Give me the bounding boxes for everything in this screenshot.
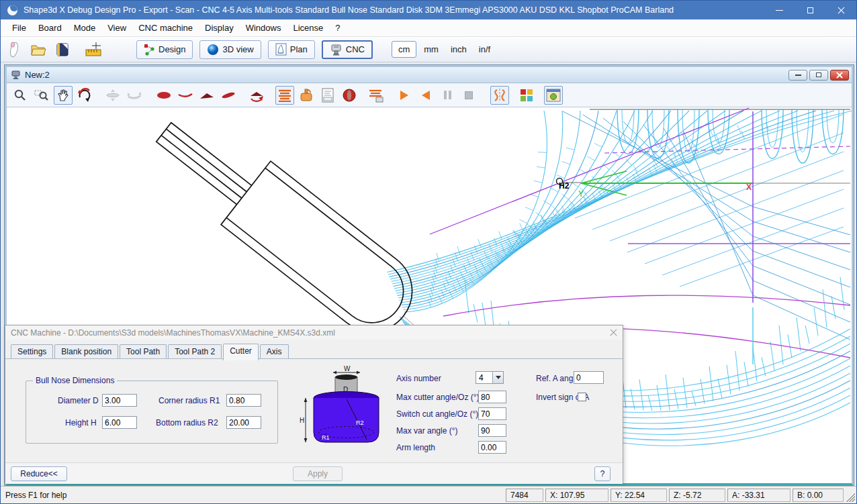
zoom-in-button[interactable] bbox=[11, 86, 30, 105]
measure-button[interactable] bbox=[83, 40, 104, 60]
symmetry-icon bbox=[492, 88, 508, 103]
tab-settings[interactable]: Settings bbox=[11, 344, 53, 359]
pan-button[interactable] bbox=[54, 86, 73, 105]
reduce-button[interactable]: Reduce<< bbox=[11, 466, 67, 481]
rotate-view-button[interactable] bbox=[75, 86, 94, 105]
status-b: B: 0.00 bbox=[793, 489, 844, 502]
new-board-button[interactable] bbox=[3, 40, 25, 60]
close-button[interactable] bbox=[825, 1, 856, 19]
menu-help[interactable]: ? bbox=[329, 20, 346, 36]
toolpath-simulation-icon bbox=[368, 88, 384, 103]
arm-length-input[interactable] bbox=[478, 441, 506, 454]
3d-view-button[interactable]: 3D view bbox=[199, 40, 261, 59]
plan-icon bbox=[275, 43, 287, 56]
axis-number-label: Axis number bbox=[396, 374, 441, 383]
pause-icon bbox=[444, 91, 451, 99]
menu-board[interactable]: Board bbox=[32, 20, 68, 36]
dialog-close-icon[interactable] bbox=[610, 329, 617, 336]
max-cutter-angle-input[interactable] bbox=[478, 391, 506, 403]
save-button[interactable] bbox=[52, 40, 73, 60]
max-var-angle-input[interactable] bbox=[478, 424, 506, 437]
unit-inf[interactable]: in/f bbox=[474, 42, 495, 57]
minimize-button[interactable] bbox=[764, 1, 795, 19]
stop-button[interactable] bbox=[459, 86, 478, 105]
pause-button[interactable] bbox=[438, 86, 457, 105]
title-bar: Shape3d X Debug Design Pro - Export - Sc… bbox=[1, 1, 856, 19]
menu-license[interactable]: License bbox=[287, 20, 329, 36]
board-bottom-button[interactable] bbox=[154, 86, 173, 105]
board-outline-button[interactable] bbox=[176, 86, 195, 105]
menu-cnc-machine[interactable]: CNC machine bbox=[132, 20, 199, 36]
switch-cut-angle-input[interactable] bbox=[478, 407, 506, 420]
close-icon bbox=[838, 7, 845, 14]
layer-colors-button[interactable] bbox=[517, 86, 536, 105]
height-input[interactable] bbox=[102, 416, 137, 429]
menu-display[interactable]: Display bbox=[199, 20, 240, 36]
board-tilted-button[interactable] bbox=[219, 86, 238, 105]
zoom-window-button[interactable] bbox=[32, 86, 51, 105]
render-window-button[interactable] bbox=[544, 86, 563, 105]
status-help-text: Press F1 for help bbox=[1, 491, 506, 500]
y-axis-label: Y bbox=[578, 189, 584, 199]
unit-mm[interactable]: mm bbox=[419, 42, 443, 57]
tab-tool-path-2[interactable]: Tool Path 2 bbox=[168, 344, 222, 359]
mdi-title-bar[interactable]: New:2 bbox=[7, 67, 852, 83]
flip-horizontal-icon bbox=[105, 89, 121, 102]
mdi-minimize-button[interactable] bbox=[788, 70, 807, 81]
open-file-button[interactable] bbox=[28, 40, 49, 60]
board-deck-button[interactable] bbox=[197, 86, 216, 105]
h2-point-label: H2 bbox=[559, 181, 569, 191]
play-reverse-button[interactable] bbox=[416, 86, 435, 105]
tab-axis[interactable]: Axis bbox=[260, 344, 289, 359]
bottom-radius-input[interactable] bbox=[226, 416, 261, 429]
mdi-restore-button[interactable] bbox=[809, 70, 828, 81]
tab-cutter[interactable]: Cutter bbox=[223, 344, 259, 360]
apply-button[interactable]: Apply bbox=[293, 466, 343, 481]
resize-grip[interactable] bbox=[846, 489, 855, 502]
tab-tool-path[interactable]: Tool Path bbox=[120, 344, 167, 359]
tool-speed-button[interactable] bbox=[340, 86, 359, 105]
corner-radius-input[interactable] bbox=[226, 394, 261, 407]
menu-view[interactable]: View bbox=[101, 20, 132, 36]
unit-inch[interactable]: inch bbox=[446, 42, 471, 57]
play-button[interactable] bbox=[395, 86, 414, 105]
design-view-button[interactable]: Design bbox=[136, 40, 193, 59]
gcode-file-button[interactable] bbox=[318, 86, 337, 105]
status-x: X: 107.95 bbox=[545, 489, 608, 502]
new-board-icon bbox=[7, 42, 21, 58]
chevron-down-icon bbox=[496, 376, 501, 379]
dialog-title-bar[interactable]: CNC Machine - D:\Documents\S3d models\Ma… bbox=[5, 325, 623, 340]
menu-windows[interactable]: Windows bbox=[240, 20, 287, 36]
plan-view-label: Plan bbox=[290, 44, 308, 54]
axis-number-combo[interactable]: 4 bbox=[476, 371, 504, 384]
menu-file[interactable]: File bbox=[6, 20, 32, 36]
mdi-close-button[interactable] bbox=[830, 70, 849, 81]
plan-view-button[interactable]: Plan bbox=[268, 40, 315, 59]
symmetry-button[interactable] bbox=[490, 86, 509, 105]
maximize-button[interactable] bbox=[795, 1, 825, 19]
invert-sign-checkbox[interactable] bbox=[578, 393, 586, 401]
combo-dropdown-button[interactable] bbox=[492, 372, 503, 383]
machine-head-icon bbox=[299, 88, 314, 103]
flip-horizontal-button[interactable] bbox=[103, 86, 122, 105]
app-logo-icon bbox=[7, 5, 17, 15]
toolpath-button[interactable] bbox=[275, 86, 294, 105]
open-file-icon bbox=[30, 42, 46, 57]
cnc-view-label: CNC bbox=[346, 44, 365, 54]
flip-vertical-button[interactable] bbox=[125, 86, 144, 105]
menu-mode[interactable]: Mode bbox=[68, 20, 102, 36]
help-button[interactable]: ? bbox=[594, 466, 611, 481]
tab-blank-position[interactable]: Blank position bbox=[54, 344, 118, 359]
pan-hand-icon bbox=[56, 89, 70, 102]
board-flip-button[interactable] bbox=[247, 86, 266, 105]
toolpath-simulation-button[interactable] bbox=[367, 86, 386, 105]
menu-bar: File Board Mode View CNC machine Display… bbox=[1, 19, 856, 37]
unit-cm[interactable]: cm bbox=[392, 41, 416, 58]
play-reverse-icon bbox=[422, 91, 430, 100]
unit-selector: cm mm inch in/f bbox=[392, 41, 495, 58]
cnc-view-button[interactable]: CNC bbox=[322, 40, 373, 59]
max-cutter-angle-label: Max cutter angle/Oz (°) bbox=[396, 393, 480, 402]
ref-a-angle-input[interactable] bbox=[574, 371, 604, 384]
machine-head-button[interactable] bbox=[297, 86, 316, 105]
diameter-input[interactable] bbox=[102, 394, 137, 407]
